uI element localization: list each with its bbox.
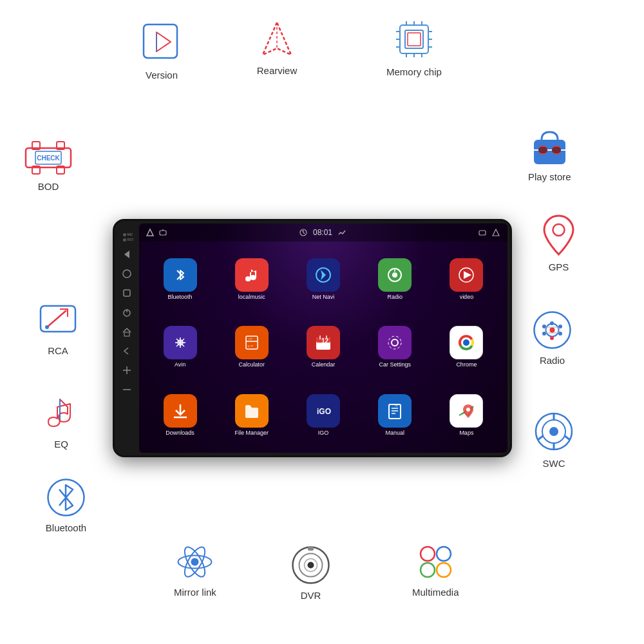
bod-icon: CHECK [19,138,77,177]
svg-text:iGO: iGO [317,407,331,416]
svg-point-105 [392,339,398,346]
feature-multimedia: Multimedia [412,541,459,598]
head-unit: MIC RST [113,219,512,457]
rearview-icon [251,19,303,61]
rca-icon [35,296,80,341]
version-icon [138,19,185,66]
feature-dvr: DVR [290,544,332,601]
svg-point-68 [45,325,49,329]
svg-marker-1 [156,32,171,52]
app-video[interactable]: video [433,248,500,310]
feature-gps: GPS [541,213,576,272]
app-car-settings[interactable]: Car Settings [362,316,428,378]
svg-rect-82 [479,231,486,235]
status-time: 08:01 [313,228,332,237]
swc-label: SWC [543,458,565,469]
play-store-icon [529,126,571,167]
mirror-link-label: Mirror link [174,587,216,598]
svg-point-106 [388,336,401,349]
svg-point-39 [550,321,554,325]
play-store-label: Play store [528,171,571,182]
status-bar: 08:01 [139,223,507,242]
feature-radio: Radio [531,309,573,366]
svg-text:12: 12 [321,337,329,345]
feature-swc: SWC [531,409,576,469]
dvr-icon [290,544,332,586]
svg-point-42 [550,336,554,340]
svg-rect-26 [534,140,565,164]
app-avin[interactable]: Avin [147,316,213,378]
app-chrome[interactable]: Chrome [433,316,500,378]
gps-icon [541,213,576,258]
swc-icon [531,409,576,454]
app-maps[interactable]: Maps [433,384,500,446]
mirror-link-icon [174,541,216,583]
app-downloads[interactable]: Downloads [147,384,213,446]
app-bluetooth[interactable]: Bluetooth [147,248,213,310]
svg-point-59 [308,562,314,569]
svg-rect-79 [160,231,166,235]
svg-marker-85 [321,270,326,280]
svg-text:G: G [395,403,398,407]
svg-point-108 [463,339,469,346]
multimedia-label: Multimedia [412,587,459,598]
app-igo[interactable]: iGO IGO [290,384,356,446]
radio-icon [531,309,573,351]
bod-label: BOD [38,181,59,192]
app-localmusic[interactable]: localmusic [218,248,285,310]
svg-marker-90 [464,271,471,279]
svg-text:÷×: ÷× [248,337,252,341]
svg-line-50 [538,436,543,440]
svg-marker-78 [147,229,153,236]
rca-label: RCA [48,345,68,356]
feature-bod: CHECK BOD [19,138,77,192]
screen-area: 08:01 Bluetooth localmusic [139,223,507,453]
svg-rect-4 [400,25,428,53]
memory-chip-icon [391,16,437,62]
rearview-label: Rearview [257,65,298,76]
app-file-manager[interactable]: File Manager [218,384,285,446]
app-netnavi[interactable]: Net Navi [290,248,356,310]
svg-line-67 [47,310,66,327]
feature-rca: RCA [35,296,80,356]
svg-point-54 [421,563,435,577]
svg-point-70 [123,270,131,278]
feature-play-store: Play store [528,126,571,182]
feature-version: Version [138,19,185,80]
svg-text:CHECK: CHECK [37,155,60,162]
svg-point-52 [421,547,435,561]
app-calendar[interactable]: 12 Calendar [290,316,356,378]
svg-rect-18 [408,33,421,46]
multimedia-icon [415,541,457,583]
svg-marker-83 [493,229,499,236]
feature-eq: EQ [42,393,80,450]
svg-point-55 [437,563,451,577]
bluetooth-icon [45,477,87,518]
svg-text:+-=: +-= [247,344,254,348]
svg-rect-32 [538,147,547,153]
svg-rect-74 [124,332,129,336]
feature-rearview: Rearview [251,19,303,76]
svg-point-34 [553,224,565,236]
eq-icon [42,393,80,435]
svg-rect-60 [308,547,314,551]
app-calculator[interactable]: ÷×+-= Calculator [218,316,285,378]
radio-label: Radio [540,355,565,366]
eq-label: EQ [54,439,68,450]
dvr-label: DVR [301,590,321,601]
svg-point-53 [437,547,451,561]
svg-point-47 [549,427,558,436]
apps-grid: Bluetooth localmusic Net Navi Radio [139,242,507,453]
svg-marker-69 [124,251,129,258]
feature-mirror-link: Mirror link [174,541,216,598]
svg-point-118 [466,408,470,412]
memory-chip-label: Memory chip [386,66,442,77]
svg-point-87 [392,272,397,278]
svg-line-51 [565,436,570,440]
feature-memory-chip: Memory chip [386,16,442,77]
feature-bluetooth: Bluetooth [45,477,87,533]
app-radio[interactable]: Radio [362,248,428,310]
svg-rect-33 [552,147,561,153]
gps-label: GPS [549,261,569,272]
app-manual[interactable]: G Manual [362,384,428,446]
